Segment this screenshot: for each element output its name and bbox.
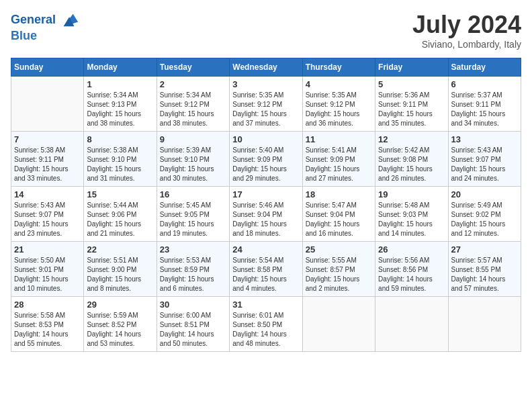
header-thursday: Thursday — [302, 58, 375, 77]
day-info: Sunrise: 5:46 AM Sunset: 9:04 PM Dayligh… — [232, 201, 299, 238]
day-info: Sunrise: 5:41 AM Sunset: 9:09 PM Dayligh… — [306, 146, 372, 183]
day-info: Sunrise: 5:58 AM Sunset: 8:53 PM Dayligh… — [14, 311, 81, 349]
day-number: 1 — [87, 79, 153, 89]
header-friday: Friday — [375, 58, 448, 77]
day-info: Sunrise: 5:35 AM Sunset: 9:12 PM Dayligh… — [306, 91, 372, 128]
day-cell: 4Sunrise: 5:35 AM Sunset: 9:12 PM Daylig… — [302, 77, 375, 132]
day-info: Sunrise: 5:51 AM Sunset: 9:00 PM Dayligh… — [87, 256, 153, 293]
day-cell: 18Sunrise: 5:47 AM Sunset: 9:04 PM Dayli… — [302, 187, 375, 242]
week-row-4: 28Sunrise: 5:58 AM Sunset: 8:53 PM Dayli… — [11, 297, 521, 352]
day-info: Sunrise: 5:45 AM Sunset: 9:05 PM Dayligh… — [160, 201, 226, 238]
day-cell — [302, 297, 375, 352]
day-number: 6 — [451, 79, 518, 89]
day-cell: 23Sunrise: 5:53 AM Sunset: 8:59 PM Dayli… — [157, 242, 229, 297]
day-number: 30 — [160, 300, 226, 310]
day-info: Sunrise: 5:56 AM Sunset: 8:56 PM Dayligh… — [378, 256, 445, 293]
day-cell: 12Sunrise: 5:42 AM Sunset: 9:08 PM Dayli… — [375, 132, 448, 187]
week-row-1: 7Sunrise: 5:38 AM Sunset: 9:11 PM Daylig… — [11, 132, 521, 187]
day-number: 2 — [160, 79, 226, 89]
header-monday: Monday — [84, 58, 157, 77]
day-info: Sunrise: 5:57 AM Sunset: 8:55 PM Dayligh… — [451, 256, 518, 293]
day-number: 22 — [87, 244, 153, 255]
day-info: Sunrise: 6:01 AM Sunset: 8:50 PM Dayligh… — [232, 311, 299, 349]
logo-blue: Blue — [11, 30, 79, 43]
day-cell: 1Sunrise: 5:34 AM Sunset: 9:13 PM Daylig… — [84, 77, 157, 132]
day-info: Sunrise: 5:42 AM Sunset: 9:08 PM Dayligh… — [378, 146, 445, 183]
day-cell — [448, 297, 521, 352]
header-wednesday: Wednesday — [230, 58, 302, 77]
day-cell: 6Sunrise: 5:37 AM Sunset: 9:11 PM Daylig… — [448, 77, 521, 132]
day-number: 19 — [378, 189, 445, 199]
day-cell: 31Sunrise: 6:01 AM Sunset: 8:50 PM Dayli… — [230, 297, 302, 352]
day-number: 24 — [232, 244, 299, 255]
calendar-header-row: SundayMondayTuesdayWednesdayThursdayFrid… — [11, 58, 521, 77]
day-number: 11 — [306, 134, 372, 144]
calendar-body: 1Sunrise: 5:34 AM Sunset: 9:13 PM Daylig… — [11, 77, 521, 352]
day-number: 25 — [306, 244, 372, 255]
day-cell — [11, 77, 84, 132]
day-cell: 15Sunrise: 5:44 AM Sunset: 9:06 PM Dayli… — [84, 187, 157, 242]
day-info: Sunrise: 5:34 AM Sunset: 9:12 PM Dayligh… — [160, 91, 226, 128]
day-number: 5 — [378, 79, 445, 89]
day-cell: 13Sunrise: 5:43 AM Sunset: 9:07 PM Dayli… — [448, 132, 521, 187]
day-cell: 9Sunrise: 5:39 AM Sunset: 9:10 PM Daylig… — [157, 132, 229, 187]
day-cell: 22Sunrise: 5:51 AM Sunset: 9:00 PM Dayli… — [84, 242, 157, 297]
day-cell: 8Sunrise: 5:38 AM Sunset: 9:10 PM Daylig… — [84, 132, 157, 187]
day-info: Sunrise: 5:43 AM Sunset: 9:07 PM Dayligh… — [14, 201, 81, 238]
header-tuesday: Tuesday — [157, 58, 229, 77]
day-info: Sunrise: 5:44 AM Sunset: 9:06 PM Dayligh… — [87, 201, 153, 238]
logo-icon — [60, 11, 79, 30]
day-cell: 28Sunrise: 5:58 AM Sunset: 8:53 PM Dayli… — [11, 297, 84, 352]
day-info: Sunrise: 5:48 AM Sunset: 9:03 PM Dayligh… — [378, 201, 445, 238]
day-number: 13 — [451, 134, 518, 144]
day-cell: 21Sunrise: 5:50 AM Sunset: 9:01 PM Dayli… — [11, 242, 84, 297]
day-cell: 16Sunrise: 5:45 AM Sunset: 9:05 PM Dayli… — [157, 187, 229, 242]
day-cell: 17Sunrise: 5:46 AM Sunset: 9:04 PM Dayli… — [230, 187, 302, 242]
day-number: 16 — [160, 189, 226, 199]
day-number: 9 — [160, 134, 226, 144]
logo-text: General — [11, 11, 79, 30]
day-number: 4 — [306, 79, 372, 89]
day-cell: 20Sunrise: 5:49 AM Sunset: 9:02 PM Dayli… — [448, 187, 521, 242]
day-info: Sunrise: 5:43 AM Sunset: 9:07 PM Dayligh… — [451, 146, 518, 183]
day-number: 31 — [232, 300, 299, 310]
day-number: 7 — [14, 134, 81, 144]
day-info: Sunrise: 5:50 AM Sunset: 9:01 PM Dayligh… — [14, 256, 81, 293]
day-number: 23 — [160, 244, 226, 255]
day-cell: 2Sunrise: 5:34 AM Sunset: 9:12 PM Daylig… — [157, 77, 229, 132]
day-number: 10 — [232, 134, 299, 144]
day-number: 14 — [14, 189, 81, 199]
day-number: 8 — [87, 134, 153, 144]
day-info: Sunrise: 5:37 AM Sunset: 9:11 PM Dayligh… — [451, 91, 518, 128]
day-cell: 26Sunrise: 5:56 AM Sunset: 8:56 PM Dayli… — [375, 242, 448, 297]
week-row-0: 1Sunrise: 5:34 AM Sunset: 9:13 PM Daylig… — [11, 77, 521, 132]
calendar-table: SundayMondayTuesdayWednesdayThursdayFrid… — [11, 58, 521, 352]
day-info: Sunrise: 5:59 AM Sunset: 8:52 PM Dayligh… — [87, 311, 153, 349]
week-row-3: 21Sunrise: 5:50 AM Sunset: 9:01 PM Dayli… — [11, 242, 521, 297]
logo: General Blue — [11, 11, 79, 43]
day-info: Sunrise: 5:39 AM Sunset: 9:10 PM Dayligh… — [160, 146, 226, 183]
day-cell: 29Sunrise: 5:59 AM Sunset: 8:52 PM Dayli… — [84, 297, 157, 352]
month-title: July 2024 — [412, 11, 521, 39]
day-cell — [375, 297, 448, 352]
day-number: 15 — [87, 189, 153, 199]
day-number: 3 — [232, 79, 299, 89]
day-number: 18 — [306, 189, 372, 199]
day-cell: 27Sunrise: 5:57 AM Sunset: 8:55 PM Dayli… — [448, 242, 521, 297]
day-info: Sunrise: 5:54 AM Sunset: 8:58 PM Dayligh… — [232, 256, 299, 293]
day-info: Sunrise: 5:38 AM Sunset: 9:11 PM Dayligh… — [14, 146, 81, 183]
day-number: 21 — [14, 244, 81, 255]
day-cell: 14Sunrise: 5:43 AM Sunset: 9:07 PM Dayli… — [11, 187, 84, 242]
day-cell: 3Sunrise: 5:35 AM Sunset: 9:12 PM Daylig… — [230, 77, 302, 132]
day-number: 26 — [378, 244, 445, 255]
day-info: Sunrise: 5:40 AM Sunset: 9:09 PM Dayligh… — [232, 146, 299, 183]
day-cell: 11Sunrise: 5:41 AM Sunset: 9:09 PM Dayli… — [302, 132, 375, 187]
header-sunday: Sunday — [11, 58, 84, 77]
day-number: 12 — [378, 134, 445, 144]
day-cell: 10Sunrise: 5:40 AM Sunset: 9:09 PM Dayli… — [230, 132, 302, 187]
day-number: 17 — [232, 189, 299, 199]
day-info: Sunrise: 5:34 AM Sunset: 9:13 PM Dayligh… — [87, 91, 153, 128]
day-info: Sunrise: 5:36 AM Sunset: 9:11 PM Dayligh… — [378, 91, 445, 128]
day-cell: 30Sunrise: 6:00 AM Sunset: 8:51 PM Dayli… — [157, 297, 229, 352]
day-info: Sunrise: 5:55 AM Sunset: 8:57 PM Dayligh… — [306, 256, 372, 293]
